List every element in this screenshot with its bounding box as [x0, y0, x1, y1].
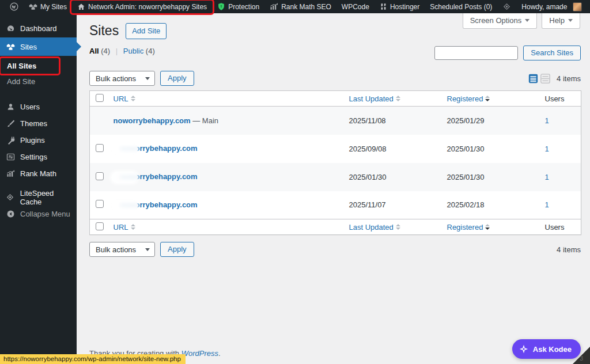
- search-input[interactable]: [434, 46, 518, 60]
- sidebar-item-add-site[interactable]: Add Site: [0, 74, 77, 89]
- sidebar-item-settings[interactable]: Settings: [0, 149, 77, 165]
- bulk-actions-select[interactable]: Bulk actions: [89, 71, 155, 86]
- network-admin-menu[interactable]: Network Admin: noworrybehappy Sites: [72, 0, 212, 13]
- items-count: 4 items: [557, 74, 581, 83]
- column-header-url[interactable]: URL: [114, 94, 135, 103]
- tablenav-bottom: Bulk actions Apply 4 items: [89, 242, 581, 257]
- tablenav-top: Bulk actions Apply 4 items: [89, 71, 581, 86]
- view-switcher: [528, 74, 550, 84]
- apply-button[interactable]: Apply: [160, 71, 194, 86]
- site-suffix: — Main: [191, 116, 218, 125]
- sidebar-item-themes[interactable]: Themes: [0, 115, 77, 132]
- admin-bar-right: Howdy, amade: [516, 0, 590, 13]
- chevron-down-icon: [145, 77, 150, 82]
- search-sites-button[interactable]: Search Sites: [523, 46, 581, 60]
- registered-cell: 2025/01/29: [441, 107, 539, 135]
- hostinger-menu[interactable]: Hostinger: [375, 0, 425, 13]
- rank-math-icon: [6, 170, 15, 177]
- table-header-row: URL Last Updated Registered Users: [90, 91, 581, 107]
- search-row: Search Sites: [434, 46, 581, 60]
- sidebar-item-dashboard[interactable]: Dashboard: [0, 19, 77, 37]
- sites-network-icon: [6, 43, 15, 51]
- apply-button-bottom[interactable]: Apply: [160, 242, 194, 257]
- screen-options-label: Screen Options: [470, 16, 522, 25]
- sidebar-label-rank-math: Rank Math: [20, 169, 56, 178]
- sidebar-item-plugins[interactable]: Plugins: [0, 132, 77, 149]
- scheduled-posts-menu[interactable]: Scheduled Posts (0): [425, 0, 497, 13]
- chevron-down-icon: [145, 248, 150, 253]
- row-checkbox[interactable]: [96, 144, 104, 152]
- users-count-link[interactable]: 1: [545, 200, 549, 209]
- main-content: Screen Options Help Sites Add Site All (…: [77, 13, 590, 364]
- thank-you-period: .: [218, 349, 221, 358]
- column-footer-registered[interactable]: Registered: [447, 223, 490, 232]
- litespeed-adminbar-menu[interactable]: [497, 0, 516, 13]
- add-site-button[interactable]: Add Site: [126, 23, 167, 39]
- page-title: Sites: [89, 23, 119, 39]
- sidebar-item-all-sites[interactable]: All Sites: [0, 58, 77, 74]
- sidebar-item-litespeed-cache[interactable]: LiteSpeed Cache: [0, 189, 77, 206]
- sidebar-label-collapse-menu: Collapse Menu: [20, 210, 70, 218]
- sort-icon: [485, 224, 490, 230]
- row-checkbox[interactable]: [96, 200, 104, 208]
- bulk-actions-select-bottom[interactable]: Bulk actions: [89, 242, 155, 257]
- sidebar-item-rank-math[interactable]: Rank Math: [0, 165, 77, 182]
- filter-public-link[interactable]: Public: [123, 47, 143, 55]
- title-row: Sites Add Site: [89, 23, 167, 39]
- kodee-spark-icon: [519, 344, 528, 354]
- plugin-icon: [6, 136, 15, 145]
- collapse-arrow-icon: [6, 210, 15, 218]
- menu-separator: [0, 94, 77, 98]
- sidebar-item-users[interactable]: Users: [0, 98, 77, 115]
- wordpress-logo-menu[interactable]: [5, 0, 24, 13]
- dashboard-gauge-icon: [6, 24, 15, 33]
- select-all-checkbox[interactable]: [96, 94, 104, 102]
- registered-cell: 2025/01/30: [441, 163, 539, 191]
- protection-menu[interactable]: Protection: [212, 0, 264, 13]
- network-admin-label: Network Admin: noworrybehappy Sites: [88, 3, 207, 11]
- wordpress-link[interactable]: WordPress: [181, 349, 218, 358]
- select-all-checkbox[interactable]: [96, 222, 104, 230]
- rank-math-seo-menu[interactable]: Rank Math SEO: [264, 0, 336, 13]
- views-filter: All (4) | Public (4): [89, 47, 155, 55]
- my-sites-icon: [29, 2, 37, 11]
- home-icon: [77, 3, 85, 11]
- add-site-submenu-label: Add Site: [7, 77, 35, 86]
- site-url-link[interactable]: noworrybehappy.com: [114, 116, 191, 125]
- column-footer-url[interactable]: URL: [114, 223, 135, 232]
- sidebar-item-sites[interactable]: Sites: [0, 37, 77, 56]
- help-label: Help: [549, 16, 565, 25]
- users-count-link[interactable]: 1: [545, 116, 549, 125]
- howdy-menu[interactable]: Howdy, amade: [516, 0, 587, 13]
- users-count-link[interactable]: 1: [545, 145, 549, 153]
- litespeed-diamond-icon: [502, 2, 511, 11]
- my-sites-menu[interactable]: My Sites: [24, 0, 72, 13]
- column-footer-last-updated[interactable]: Last Updated: [349, 223, 400, 232]
- filter-all-link[interactable]: All: [89, 47, 99, 55]
- row-checkbox[interactable]: [96, 172, 104, 180]
- screen-options-button[interactable]: Screen Options: [463, 13, 538, 29]
- sidebar-item-collapse-menu[interactable]: Collapse Menu: [0, 206, 77, 222]
- wpcode-menu[interactable]: WPCode: [336, 0, 375, 13]
- sites-submenu: All Sites Add Site: [0, 56, 77, 94]
- last-updated-cell: 2025/11/08: [343, 107, 441, 135]
- column-header-last-updated[interactable]: Last Updated: [349, 94, 400, 103]
- admin-sidebar: Dashboard Sites All Sites Add Site: [0, 13, 77, 364]
- help-button[interactable]: Help: [542, 13, 580, 29]
- chevron-down-icon: [525, 19, 530, 24]
- rank-math-seo-label: Rank Math SEO: [281, 3, 331, 11]
- filter-all-count: (4): [101, 47, 110, 55]
- list-view-icon[interactable]: [528, 74, 538, 84]
- sidebar-label-users: Users: [20, 103, 40, 111]
- sidebar-label-litespeed-cache: LiteSpeed Cache: [20, 189, 77, 206]
- sidebar-label-dashboard: Dashboard: [20, 24, 57, 33]
- column-header-registered[interactable]: Registered: [447, 94, 490, 103]
- ask-kodee-button[interactable]: Ask Kodee: [512, 339, 581, 359]
- my-sites-label: My Sites: [40, 3, 67, 11]
- filter-separator: |: [116, 47, 118, 55]
- tablenav-right: 4 items: [528, 74, 581, 84]
- users-count-link[interactable]: 1: [545, 173, 549, 181]
- litespeed-diamond-icon: [6, 193, 15, 202]
- excerpt-view-icon[interactable]: [540, 74, 550, 84]
- column-footer-users: Users: [545, 223, 565, 232]
